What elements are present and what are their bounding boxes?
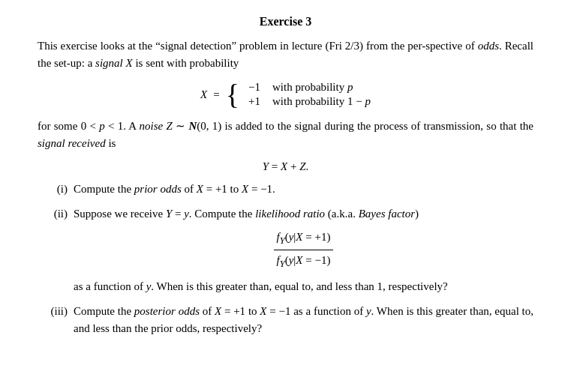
part-iii: (iii) Compute the posterior odds of X = … [38, 303, 533, 338]
parts-list: (i) Compute the prior odds of X = +1 to … [38, 181, 533, 338]
part-i-label: (i) [38, 181, 74, 198]
part-ii-label: (ii) [38, 205, 74, 223]
part-i: (i) Compute the prior odds of X = +1 to … [38, 181, 533, 198]
part-iii-content: Compute the posterior odds of X = +1 to … [74, 303, 533, 338]
piecewise-equation: X = { −1 with probability p +1 with prob… [38, 80, 533, 109]
part-ii-content: Suppose we receive Y = y. Compute the li… [74, 205, 533, 295]
equation-Y: Y = X + Z. [38, 160, 533, 173]
exercise-title: Exercise 3 [38, 15, 533, 28]
part-iii-label: (iii) [38, 303, 74, 320]
intro-paragraph: This exercise looks at the “signal detec… [38, 37, 533, 71]
part-ii: (ii) Suppose we receive Y = y. Compute t… [38, 205, 533, 295]
likelihood-ratio-fraction: fY(y|X = +1) fY(y|X = −1) [274, 229, 334, 272]
body-text-1: for some 0 < p < 1. A noise Z ∼ N(0, 1) … [38, 118, 533, 153]
part-i-content: Compute the prior odds of X = +1 to X = … [74, 181, 533, 198]
